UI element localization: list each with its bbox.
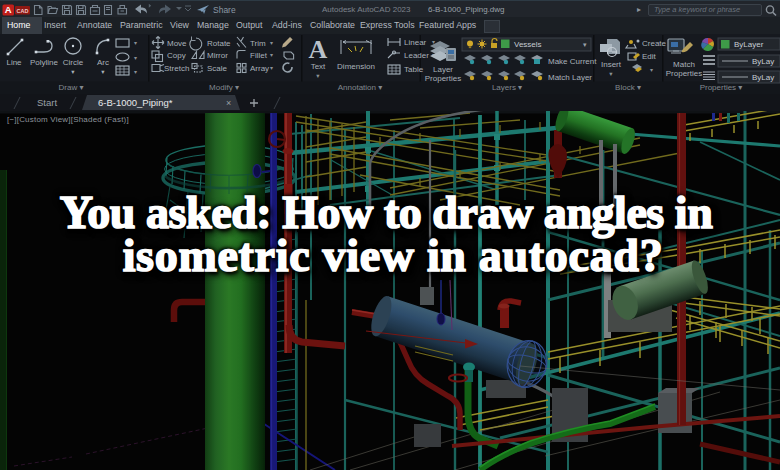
svg-text:Table: Table [404, 65, 424, 74]
svg-text:Mirror: Mirror [207, 51, 228, 60]
svg-text:Circle: Circle [63, 58, 84, 67]
svg-text:▾: ▾ [270, 40, 273, 46]
svg-text:Line: Line [6, 58, 22, 67]
svg-text:▾: ▾ [316, 72, 320, 79]
svg-text:▾: ▾ [71, 68, 75, 75]
svg-text:A: A [5, 4, 12, 15]
svg-text:Create: Create [642, 39, 667, 48]
svg-text:Insert: Insert [601, 60, 622, 69]
svg-text:ByLay: ByLay [752, 57, 774, 66]
svg-text:Linear: Linear [404, 38, 427, 47]
svg-text:Match Layer: Match Layer [548, 73, 592, 82]
svg-text:Layer: Layer [433, 65, 453, 74]
svg-text:Fillet: Fillet [250, 51, 268, 60]
svg-text:▾: ▾ [134, 69, 137, 75]
svg-text:▾: ▾ [270, 65, 273, 71]
svg-text:Properties: Properties [425, 74, 461, 83]
svg-text:Stretch: Stretch [164, 64, 189, 73]
svg-text:Draw ▾: Draw ▾ [59, 83, 84, 92]
svg-text:CAD: CAD [17, 8, 29, 14]
svg-text:Array: Array [250, 64, 269, 73]
svg-text:Share: Share [213, 5, 236, 15]
svg-text:▾: ▾ [583, 41, 587, 48]
svg-text:Edit: Edit [642, 52, 657, 61]
svg-text:Move: Move [167, 39, 187, 48]
svg-text:A: A [309, 35, 328, 64]
svg-text:×: × [226, 98, 231, 108]
svg-text:Scale: Scale [207, 64, 228, 73]
svg-text:Polyline: Polyline [30, 58, 59, 67]
svg-text:▾: ▾ [270, 52, 273, 58]
svg-text:Annotation ▾: Annotation ▾ [338, 83, 383, 92]
svg-text:6-B-1000_Piping*: 6-B-1000_Piping* [98, 97, 173, 108]
svg-text:Dimension: Dimension [337, 62, 375, 71]
svg-text:Start: Start [37, 97, 57, 108]
svg-text:▾: ▾ [609, 70, 613, 77]
svg-text:Layers ▾: Layers ▾ [492, 83, 522, 92]
svg-text:Rotate: Rotate [207, 39, 231, 48]
svg-text:▾: ▾ [134, 55, 137, 61]
svg-text:Trim: Trim [250, 39, 266, 48]
svg-text:ByLayer: ByLayer [734, 40, 764, 49]
svg-text:Modify ▾: Modify ▾ [209, 83, 239, 92]
svg-text:Properties: Properties [666, 69, 702, 78]
svg-text:Properties ▾: Properties ▾ [700, 83, 743, 92]
svg-text:Match: Match [673, 60, 695, 69]
svg-text:Text: Text [311, 62, 326, 71]
svg-text:Make Current: Make Current [548, 57, 597, 66]
svg-text:▾: ▾ [134, 40, 137, 46]
svg-text:▾: ▾ [101, 68, 105, 75]
svg-text:Vessels: Vessels [514, 40, 542, 49]
svg-text:Leader: Leader [404, 51, 429, 60]
svg-text:Block ▾: Block ▾ [615, 83, 641, 92]
svg-text:▾: ▾ [650, 67, 653, 73]
svg-text:Arc: Arc [97, 58, 109, 67]
svg-text:Copy: Copy [167, 51, 186, 60]
svg-text:ByLay: ByLay [752, 73, 774, 82]
